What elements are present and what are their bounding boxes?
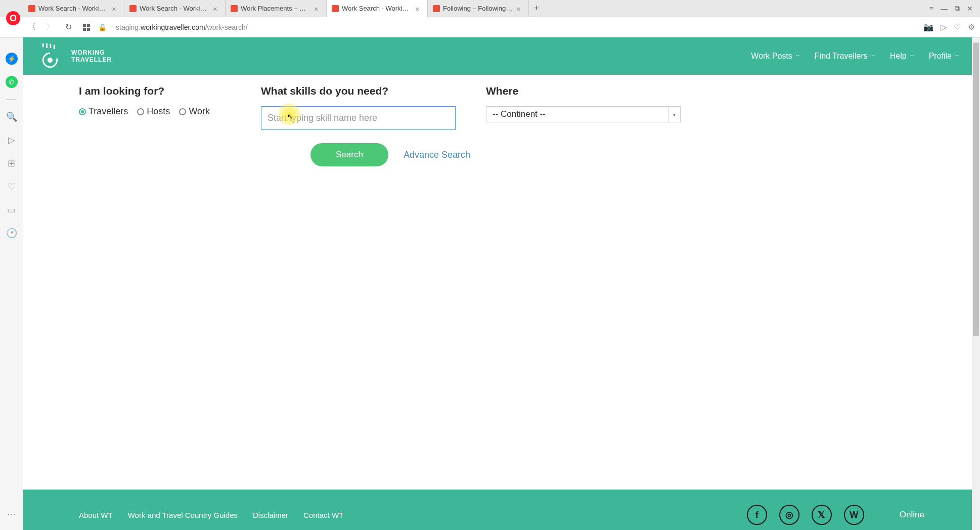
footer-guides[interactable]: Work and Travel Country Guides — [128, 511, 238, 519]
main-nav: Work Posts ﹀ Find Travellers ﹀ Help ﹀ Pr… — [751, 52, 960, 61]
close-icon[interactable]: × — [213, 5, 220, 12]
menu-icon[interactable]: ⚙ — [968, 22, 975, 32]
url-field[interactable]: staging.workingtraveller.com/work-search… — [112, 23, 918, 31]
footer-about[interactable]: About WT — [79, 511, 113, 519]
svg-point-1 — [48, 58, 52, 62]
apps-icon[interactable]: ⊞ — [6, 157, 18, 169]
browser-tab[interactable]: Work Search - Working Tra × — [23, 0, 124, 17]
window-controls: ≡ — ⧉ ✕ — [929, 4, 980, 13]
maximize-icon[interactable]: ⧉ — [955, 4, 960, 13]
browser-sidebar: ⚡ ✆ 🔍 ▷ ⊞ ♡ ▭ 🕐 ⋯ — [0, 37, 23, 530]
tab-title: Work Search - Working Tra — [140, 5, 210, 12]
chevron-down-icon: ﹀ — [871, 53, 876, 60]
scrollbar-thumb[interactable] — [973, 42, 979, 336]
lock-icon[interactable]: 🔒 — [98, 23, 107, 31]
favicon-icon — [433, 5, 440, 12]
favicon-icon — [231, 5, 238, 12]
dropdown-icon: ▾ — [668, 107, 680, 122]
facebook-icon[interactable]: f — [747, 505, 767, 525]
where-label: Where — [486, 85, 681, 97]
history-icon[interactable]: 🕐 — [6, 227, 18, 239]
send-icon[interactable]: ▷ — [6, 134, 18, 146]
radio-icon — [137, 108, 144, 115]
continent-select[interactable]: -- Continent -- ▾ — [486, 106, 681, 122]
scrollbar[interactable] — [972, 37, 980, 530]
radio-group: Travellers Hosts Work — [79, 106, 231, 117]
continent-value: -- Continent -- — [493, 109, 546, 119]
close-icon[interactable]: × — [112, 5, 119, 12]
advance-search-link[interactable]: Advance Search — [404, 150, 470, 160]
tabs-menu-icon[interactable]: ≡ — [929, 5, 933, 13]
search-form: I am looking for? Travellers Hosts — [23, 75, 980, 490]
send-icon[interactable]: ▷ — [941, 22, 947, 32]
skills-label: What skills do you need? — [261, 85, 456, 97]
vk-icon[interactable]: W — [844, 505, 864, 525]
tab-title: Following – Following – Jo — [443, 5, 513, 12]
skills-input[interactable] — [261, 106, 456, 130]
more-icon[interactable]: ⋯ — [6, 508, 18, 520]
nav-profile[interactable]: Profile ﹀ — [929, 52, 960, 61]
close-window-icon[interactable]: ✕ — [967, 5, 973, 13]
footer-disclaimer[interactable]: Disclaimer — [253, 511, 288, 519]
instagram-icon[interactable]: ◎ — [779, 505, 799, 525]
heart-icon[interactable]: ♡ — [6, 181, 18, 193]
online-status[interactable]: Online — [900, 510, 924, 520]
new-tab-button[interactable]: + — [529, 3, 544, 14]
nav-work-posts[interactable]: Work Posts ﹀ — [751, 52, 800, 61]
logo-text-1: WORKING — [71, 49, 112, 56]
looking-for-label: I am looking for? — [79, 85, 231, 97]
page-content: WORKING TRAVELLER Work Posts ﹀ Find Trav… — [23, 37, 980, 530]
browser-tab[interactable]: Work Placements – Work P × — [226, 0, 327, 17]
tabs-bar: Work Search - Working Tra × Work Search … — [0, 0, 980, 17]
site-footer: About WT Work and Travel Country Guides … — [23, 490, 980, 530]
minimize-icon[interactable]: — — [941, 5, 948, 13]
messenger-icon[interactable]: ⚡ — [6, 53, 18, 65]
chevron-down-icon: ﹀ — [955, 53, 960, 60]
twitter-icon[interactable]: 𝕏 — [812, 505, 832, 525]
favicon-icon — [28, 5, 35, 12]
browser-tab[interactable]: Following – Following – Jo × — [428, 0, 529, 17]
tab-title: Work Placements – Work P — [241, 5, 311, 12]
back-button[interactable]: 〈 — [25, 21, 38, 34]
close-icon[interactable]: × — [314, 5, 321, 12]
site-header: WORKING TRAVELLER Work Posts ﹀ Find Trav… — [23, 37, 980, 75]
tab-title: Work Search - Working Tra — [342, 5, 412, 12]
radio-travellers[interactable]: Travellers — [79, 106, 128, 117]
nav-help[interactable]: Help ﹀ — [890, 52, 915, 61]
whatsapp-icon[interactable]: ✆ — [6, 76, 18, 88]
search-button[interactable]: Search — [310, 143, 388, 166]
radio-hosts[interactable]: Hosts — [137, 106, 170, 117]
search-icon[interactable]: 🔍 — [6, 111, 18, 123]
tab-title: Work Search - Working Tra — [38, 5, 109, 12]
reload-button[interactable]: ↻ — [62, 21, 75, 34]
heart-icon[interactable]: ♡ — [954, 22, 961, 32]
chevron-down-icon: ﹀ — [795, 53, 800, 60]
favicon-icon — [332, 5, 339, 12]
radio-icon — [79, 108, 86, 115]
browser-tab-active[interactable]: Work Search - Working Tra × — [327, 0, 428, 17]
speed-dial-icon[interactable] — [80, 21, 93, 34]
chevron-down-icon: ﹀ — [910, 53, 915, 60]
news-icon[interactable]: ▭ — [6, 204, 18, 216]
browser-tab[interactable]: Work Search - Working Tra × — [124, 0, 226, 17]
screenshot-icon[interactable]: 📷 — [923, 22, 933, 32]
footer-contact[interactable]: Contact WT — [303, 511, 343, 519]
site-logo[interactable]: WORKING TRAVELLER — [38, 42, 112, 70]
close-icon[interactable]: × — [516, 5, 523, 12]
nav-find-travellers[interactable]: Find Travellers ﹀ — [815, 52, 876, 61]
favicon-icon — [129, 5, 137, 12]
forward-button[interactable]: 〉 — [43, 21, 57, 34]
close-icon[interactable]: × — [415, 5, 422, 12]
logo-text-2: TRAVELLER — [71, 56, 112, 63]
opera-logo-icon[interactable]: O — [6, 11, 20, 25]
radio-icon — [179, 108, 186, 115]
logo-hand-icon — [38, 42, 66, 70]
radio-work[interactable]: Work — [179, 106, 210, 117]
address-bar: 〈 〉 ↻ 🔒 staging.workingtraveller.com/wor… — [0, 17, 980, 37]
